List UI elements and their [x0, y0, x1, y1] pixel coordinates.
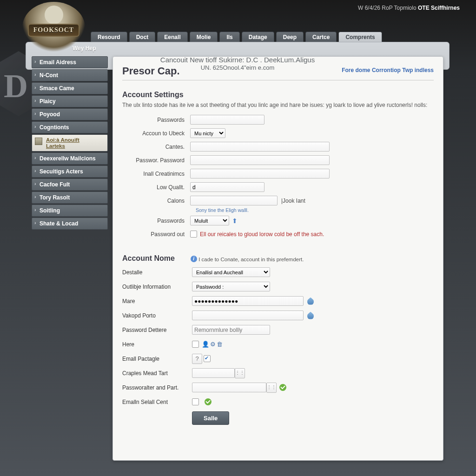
sidebar-item-shate[interactable]: Shate & Locad [32, 218, 108, 230]
input-vakopd[interactable] [192, 311, 304, 320]
warn-text: Ell our reicales to gloud lorow cold be … [200, 231, 324, 238]
chk-email-sel[interactable] [192, 398, 199, 405]
input-passafter[interactable] [192, 383, 266, 392]
sidebar-item-soitling[interactable]: Soitling [32, 205, 108, 217]
site-logo: FOOKSOCT [22, 2, 85, 53]
nav-resourd[interactable]: Resourd [91, 32, 127, 42]
section-account-settings: Account Settings [122, 91, 434, 99]
sidebar-item-cacfoe[interactable]: Cacfoe Fult [32, 178, 108, 191]
breadcrumb: Wey Hep [26, 42, 449, 55]
nav-deep[interactable]: Deep [276, 32, 304, 42]
section-account-nome: Account Nome [122, 254, 175, 263]
input-pass-pass[interactable] [190, 155, 330, 165]
select-passwords2[interactable]: Mulult [190, 216, 229, 225]
lbl-calons: Calons [122, 198, 190, 204]
ok-icon [279, 384, 286, 391]
nav-eenall[interactable]: Eenall [157, 32, 187, 42]
save-button[interactable]: Salle [192, 411, 229, 425]
main-panel: Wey Hep Email Aidress N-Cont Smace Came … [26, 42, 450, 70]
sidebar-item-security[interactable]: Secuitigs Acters [32, 165, 108, 178]
nav-molie[interactable]: Molie [190, 32, 218, 42]
nav-datage[interactable]: Datage [242, 32, 274, 42]
info-icon: i [191, 256, 197, 262]
lbl-outible: Outlibje Information [122, 284, 192, 290]
gear-icon: ⚙ [210, 341, 216, 348]
sidebar-item-plaicy[interactable]: Plaicy [32, 95, 108, 107]
intro-text: The ulx linto stode has ite ive a sot th… [122, 102, 434, 109]
select-destalle[interactable]: Enallisl and Aucheall [192, 267, 270, 277]
sidebar-item-cogntionts[interactable]: Cogntionts [32, 121, 108, 133]
stepper-craples[interactable]: ⋮⋮ [235, 368, 245, 378]
select-account-ubeck[interactable]: Mu nicty [190, 128, 225, 138]
input-calons[interactable] [190, 196, 278, 205]
help-box[interactable]: ? [192, 354, 202, 364]
droplet-icon-2[interactable] [307, 312, 314, 319]
main-nav: Resourd Doct Eenall Molie Ils Datage Dee… [91, 32, 450, 42]
input-inal-cred[interactable] [190, 169, 330, 178]
lbl-destalle: Destalle [122, 269, 192, 276]
lbl-craples: Craples Mead Tart [122, 370, 192, 377]
droplet-icon[interactable] [307, 298, 314, 305]
select-outible[interactable]: Paslswodd : [192, 282, 270, 291]
lbl-passwords2: Passwords [122, 218, 190, 224]
ok-icon-2 [205, 398, 212, 405]
nav-doct[interactable]: Doct [129, 32, 156, 42]
sidebar-item-smace[interactable]: Smace Came [32, 82, 108, 94]
sidebar-item-poyood[interactable]: Poyood [32, 108, 108, 120]
section-note: I cade to Conate, account in this prefem… [198, 256, 304, 262]
calons-side-text: |Jook Iant [281, 198, 305, 204]
lbl-cantes: Cantes. [122, 144, 190, 150]
warning-icon [35, 138, 42, 145]
lbl-vakopd: Vakopd Porto [122, 312, 192, 319]
input-cantes[interactable] [190, 142, 330, 152]
input-low-qual[interactable] [190, 182, 264, 192]
lbl-passafter: Passworalter and Part. [122, 384, 192, 391]
lbl-pass-pass: Passwor. Password [122, 157, 190, 164]
lbl-password-out: Password out [122, 231, 190, 238]
mini-icons: 👤⚙🗑 [202, 341, 224, 348]
lbl-email-sel: Emalln Selall Cent [122, 399, 192, 405]
input-mare[interactable] [192, 296, 304, 306]
person-icon: 👤 [202, 341, 209, 348]
lbl-here: Here [122, 341, 192, 348]
lbl-email-pac: Emall Pactagle [122, 356, 192, 362]
chk-here[interactable] [192, 341, 199, 348]
header-meta: W 6/4/26 RoP Topmiolo OTE Sciffhirnes [358, 5, 460, 11]
chk-email-pac[interactable] [204, 355, 211, 362]
nav-cartce[interactable]: Cartce [305, 32, 337, 42]
sidebar-item-tory[interactable]: Tory Rasolt [32, 192, 108, 204]
sidebar-item-account-settings[interactable]: Aoi:à Anouift Larteks [32, 134, 108, 152]
lbl-mare: Mare [122, 298, 192, 304]
input-pass-det[interactable] [192, 325, 270, 335]
content-card: Fore dome Corrontiop Twp indless Presor … [112, 56, 443, 461]
lbl-passwords: Passwords [122, 117, 190, 123]
hint-text: Sony tine the Eligh walll. [196, 207, 434, 213]
sidebar-item-deex[interactable]: Deexerellw Mailcions [32, 152, 108, 165]
lbl-inal-cred: Inall Creatinimcs [122, 171, 190, 177]
lbl-account-ubeck: Accoun to Ubeck [122, 130, 190, 137]
nav-comprents[interactable]: Comprents [338, 32, 382, 42]
footer: Cancouit New tioff Sukirne: D.C . DeekLu… [26, 55, 449, 72]
trash-icon: 🗑 [217, 341, 223, 348]
sidebar: Email Aidress N-Cont Smace Came Plaicy P… [32, 56, 108, 230]
lbl-pass-det: Password Dettere [122, 327, 192, 333]
stepper-passafter[interactable]: ⋮⋮ [266, 383, 277, 393]
chk-password-out[interactable] [190, 231, 197, 238]
nav-ils[interactable]: Ils [219, 32, 239, 42]
lbl-low-qual: Low Quallt. [122, 184, 190, 191]
input-craples[interactable] [192, 368, 235, 378]
input-passwords[interactable] [190, 115, 264, 125]
up-arrow-icon[interactable]: ⬆ [232, 217, 238, 225]
